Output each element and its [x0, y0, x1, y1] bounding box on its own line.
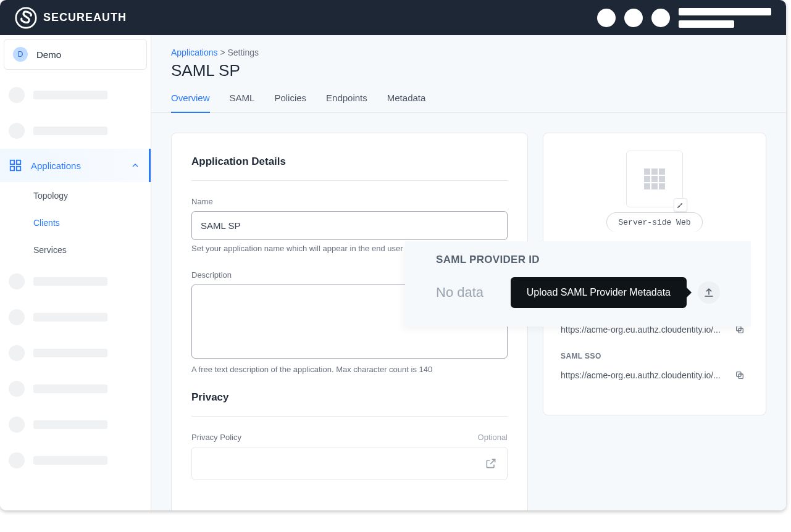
copy-sso-button[interactable] [731, 367, 748, 384]
breadcrumb-root[interactable]: Applications [171, 48, 218, 57]
header-action-2[interactable] [624, 9, 643, 27]
privacy-policy-label: Privacy Policy [191, 433, 241, 442]
workspace-name: Demo [36, 49, 61, 60]
privacy-policy-input[interactable] [191, 447, 508, 480]
copy-icon [735, 370, 745, 380]
breadcrumb: Applications > Settings [151, 35, 786, 61]
tab-policies[interactable]: Policies [274, 86, 306, 112]
header-info-placeholder [679, 8, 771, 28]
brand-name: SECUREAUTH [43, 11, 127, 24]
sidebar-subitem-clients[interactable]: Clients [27, 209, 151, 236]
tabs: Overview SAML Policies Endpoints Metadat… [151, 86, 786, 113]
brand-logo: SECUREAUTH [15, 7, 127, 29]
header-action-3[interactable] [651, 9, 670, 27]
svg-rect-2 [17, 160, 20, 164]
name-input[interactable] [191, 211, 508, 240]
saml-provider-id-title: SAML PROVIDER ID [436, 254, 720, 266]
tab-overview[interactable]: Overview [171, 86, 210, 113]
description-help: A free text description of the applicati… [191, 365, 508, 374]
saml-provider-id-panel: SAML PROVIDER ID No data Upload SAML Pro… [405, 241, 751, 326]
pencil-icon [677, 201, 684, 209]
brand-logo-icon [15, 7, 37, 29]
saml-sso-label: SAML SSO [561, 352, 748, 360]
sidebar-item-placeholder-4[interactable] [0, 299, 151, 335]
sidebar-item-placeholder-7[interactable] [0, 407, 151, 443]
app-header: SECUREAUTH [0, 0, 786, 35]
saml-provider-id-nodata: No data [436, 285, 483, 301]
saml-sso-url: https://acme-org.eu.authz.cloudentity.io… [561, 370, 724, 380]
breadcrumb-leaf: Settings [227, 48, 259, 57]
sidebar-subitem-services[interactable]: Services [27, 236, 151, 264]
sidebar-item-placeholder-5[interactable] [0, 335, 151, 371]
svg-rect-1 [10, 160, 14, 164]
edit-logo-button[interactable] [674, 198, 687, 212]
name-label: Name [191, 197, 508, 206]
upload-saml-metadata-button[interactable] [698, 281, 720, 304]
workspace-avatar: D [13, 47, 28, 62]
section-title-details: Application Details [191, 156, 508, 181]
sidebar-item-label: Applications [31, 160, 122, 171]
sidebar-item-placeholder-3[interactable] [0, 264, 151, 299]
grid-icon [9, 159, 22, 172]
sidebar-item-placeholder-1[interactable] [0, 77, 151, 113]
app-type-pill: Server-side Web [606, 212, 702, 232]
sidebar-item-applications[interactable]: Applications [0, 149, 151, 182]
external-link-icon [485, 457, 497, 470]
svg-rect-3 [10, 167, 14, 170]
tab-saml[interactable]: SAML [230, 86, 255, 112]
app-logo-preview [626, 151, 683, 207]
upload-tooltip: Upload SAML Provider Metadata [511, 277, 687, 308]
svg-rect-4 [17, 167, 20, 170]
upload-icon [703, 287, 714, 298]
section-title-privacy: Privacy [191, 391, 508, 417]
sidebar-item-placeholder-8[interactable] [0, 443, 151, 478]
sidebar-item-placeholder-2[interactable] [0, 113, 151, 149]
tab-endpoints[interactable]: Endpoints [326, 86, 367, 112]
placeholder-logo-icon [644, 168, 665, 189]
header-actions [597, 8, 771, 28]
sidebar-subitem-topology[interactable]: Topology [27, 182, 151, 209]
page-title: SAML SP [151, 61, 786, 86]
sidebar-item-placeholder-6[interactable] [0, 371, 151, 407]
privacy-policy-optional: Optional [478, 433, 508, 442]
header-action-1[interactable] [597, 9, 616, 27]
breadcrumb-sep: > [220, 48, 225, 57]
chevron-up-icon [130, 160, 140, 170]
workspace-selector[interactable]: D Demo [4, 39, 147, 70]
tab-metadata[interactable]: Metadata [387, 86, 426, 112]
sidebar: D Demo Applications Topology Clients Ser… [0, 35, 151, 510]
